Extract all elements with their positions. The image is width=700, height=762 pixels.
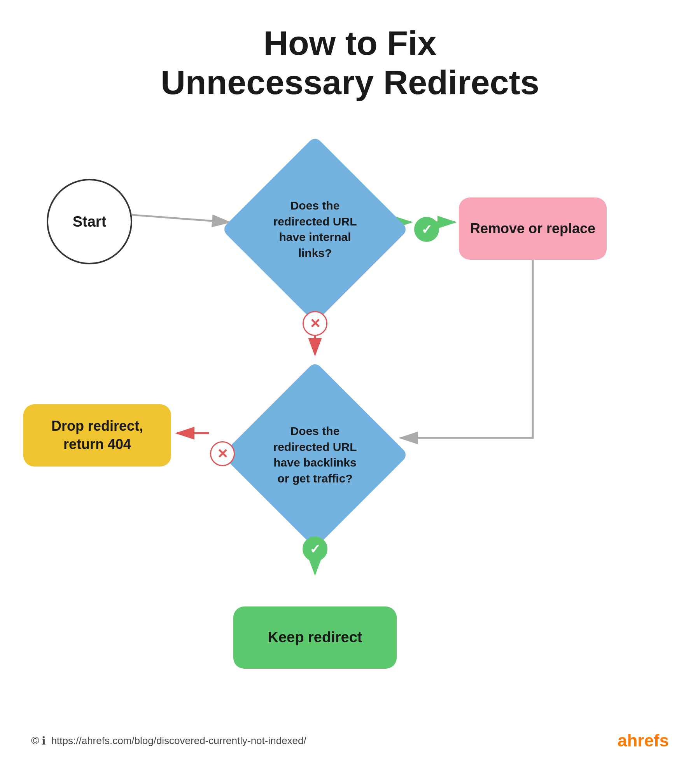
diamond2-node: Does theredirected URLhave backlinksor g… xyxy=(233,373,397,537)
svg-line-0 xyxy=(132,215,229,222)
connector-d2-no: ✕ xyxy=(210,441,235,466)
title-line2: Unnecessary Redirects xyxy=(161,63,539,101)
remove-node: Remove or replace xyxy=(459,197,607,260)
start-label: Start xyxy=(73,213,107,230)
title-line1: How to Fix xyxy=(264,24,437,62)
info-icon: ℹ xyxy=(42,734,46,747)
keep-label: Keep redirect xyxy=(268,628,362,647)
connector-d1-yes: ✓ xyxy=(414,217,439,242)
keep-node: Keep redirect xyxy=(233,606,397,669)
diamond1-node: Does theredirected URLhave internallinks… xyxy=(233,148,397,311)
page-container: How to Fix Unnecessary Redirects xyxy=(0,0,700,762)
main-title: How to Fix Unnecessary Redirects xyxy=(0,23,700,102)
ahrefs-logo: ahrefs xyxy=(618,731,669,750)
footer-icons: © ℹ xyxy=(31,734,46,747)
cc-icon: © xyxy=(31,734,39,747)
connector-d2-yes: ✓ xyxy=(303,537,327,561)
flowchart: Start Does theredirected URLhave interna… xyxy=(0,109,700,723)
start-node: Start xyxy=(47,179,132,264)
connector-d1-no: ✕ xyxy=(303,311,327,336)
title-area: How to Fix Unnecessary Redirects xyxy=(0,0,700,102)
footer: © ℹ https://ahrefs.com/blog/discovered-c… xyxy=(0,731,700,750)
footer-left: © ℹ https://ahrefs.com/blog/discovered-c… xyxy=(31,734,306,747)
drop-label: Drop redirect,return 404 xyxy=(51,417,143,454)
drop-node: Drop redirect,return 404 xyxy=(23,404,171,467)
diamond1-text: Does theredirected URLhave internallinks… xyxy=(265,190,364,269)
diamond2-text: Does theredirected URLhave backlinksor g… xyxy=(265,416,364,494)
remove-label: Remove or replace xyxy=(470,220,595,238)
footer-url: https://ahrefs.com/blog/discovered-curre… xyxy=(51,735,306,747)
